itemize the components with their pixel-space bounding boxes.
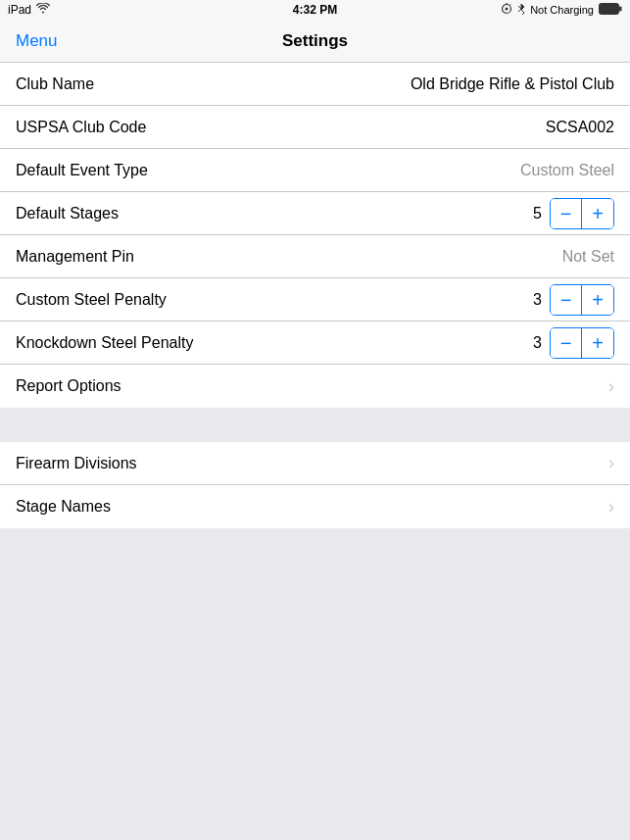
firearm-divisions-label: Firearm Divisions [16, 455, 137, 472]
back-button[interactable]: Menu [16, 31, 58, 51]
battery-icon [599, 3, 622, 17]
custom-steel-penalty-stepper: − + [550, 284, 614, 316]
svg-rect-3 [619, 7, 622, 12]
default-stages-value: 5 [526, 205, 542, 222]
wifi-icon [36, 3, 50, 17]
report-options-chevron-icon: › [608, 376, 614, 397]
default-stages-decrement[interactable]: − [551, 199, 582, 228]
uspsa-club-code-value: SCSA002 [154, 119, 614, 136]
default-event-type-value: Custom Steel [156, 162, 614, 179]
default-stages-row: Default Stages 5 − + [0, 192, 630, 235]
custom-steel-penalty-decrement[interactable]: − [551, 285, 582, 315]
default-stages-label: Default Stages [16, 205, 119, 222]
stage-names-label: Stage Names [16, 498, 111, 516]
rotation-lock-icon [501, 3, 512, 17]
status-bar: iPad 4:32 PM [0, 0, 630, 20]
settings-container: Club Name Old Bridge Rifle & Pistol Club… [0, 63, 630, 840]
custom-steel-penalty-value: 3 [526, 291, 542, 309]
default-event-type-label: Default Event Type [16, 162, 148, 179]
navigation-bar: Menu Settings [0, 20, 630, 63]
default-event-type-row: Default Event Type Custom Steel [0, 149, 630, 192]
knockdown-steel-penalty-increment[interactable]: + [582, 328, 613, 358]
knockdown-steel-penalty-label: Knockdown Steel Penalty [16, 334, 193, 352]
status-right: Not Charging [501, 3, 622, 17]
firearm-divisions-row[interactable]: Firearm Divisions › [0, 442, 630, 485]
report-options-label: Report Options [16, 377, 121, 395]
management-pin-row: Management Pin Not Set [0, 235, 630, 278]
section-gap [0, 408, 630, 442]
management-pin-value: Not Set [142, 248, 614, 266]
custom-steel-penalty-label: Custom Steel Penalty [16, 291, 167, 309]
settings-section-2: Firearm Divisions › Stage Names › [0, 442, 630, 528]
not-charging-label: Not Charging [530, 4, 594, 16]
report-options-row[interactable]: Report Options › [0, 365, 630, 408]
device-label: iPad [8, 3, 31, 17]
uspsa-club-code-label: USPSA Club Code [16, 119, 146, 136]
knockdown-steel-penalty-row: Knockdown Steel Penalty 3 − + [0, 321, 630, 365]
svg-point-1 [506, 8, 509, 11]
custom-steel-penalty-row: Custom Steel Penalty 3 − + [0, 278, 630, 321]
club-name-label: Club Name [16, 75, 94, 93]
default-stages-increment[interactable]: + [582, 199, 613, 228]
club-name-value: Old Bridge Rifle & Pistol Club [102, 75, 614, 93]
firearm-divisions-chevron-icon: › [608, 453, 614, 473]
bottom-gray-area [0, 528, 630, 840]
default-stages-right: 5 − + [526, 198, 614, 229]
knockdown-steel-penalty-decrement[interactable]: − [551, 328, 582, 358]
custom-steel-penalty-right: 3 − + [526, 284, 614, 316]
status-left: iPad [8, 3, 50, 17]
svg-rect-2 [600, 4, 619, 15]
club-name-row: Club Name Old Bridge Rifle & Pistol Club [0, 63, 630, 106]
uspsa-club-code-row: USPSA Club Code SCSA002 [0, 106, 630, 149]
page-title: Settings [282, 31, 348, 51]
knockdown-steel-penalty-right: 3 − + [526, 327, 614, 359]
knockdown-steel-penalty-value: 3 [526, 334, 542, 352]
stage-names-chevron-icon: › [608, 497, 614, 518]
settings-section-1: Club Name Old Bridge Rifle & Pistol Club… [0, 63, 630, 408]
bluetooth-icon [517, 3, 525, 17]
default-stages-stepper: − + [550, 198, 614, 229]
status-time: 4:32 PM [293, 3, 337, 17]
stage-names-row[interactable]: Stage Names › [0, 485, 630, 528]
management-pin-label: Management Pin [16, 248, 134, 266]
knockdown-steel-penalty-stepper: − + [550, 327, 614, 359]
custom-steel-penalty-increment[interactable]: + [582, 285, 613, 315]
